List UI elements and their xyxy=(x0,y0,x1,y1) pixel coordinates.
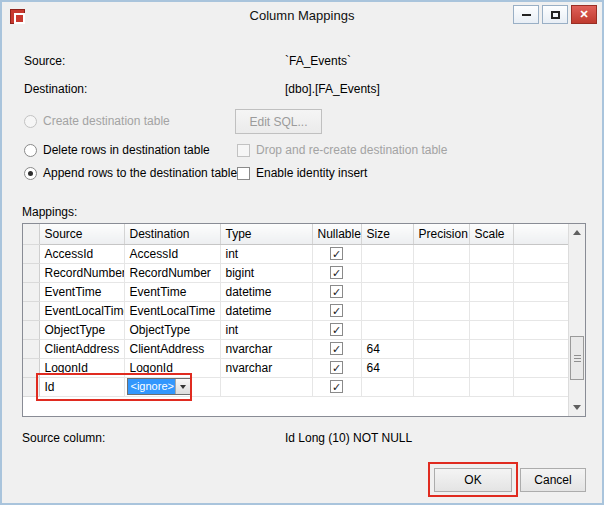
scale-cell[interactable] xyxy=(469,358,513,377)
nullable-cell[interactable] xyxy=(312,377,361,396)
size-cell[interactable] xyxy=(361,282,413,301)
nullable-cell[interactable] xyxy=(312,301,361,320)
radio-delete-icon[interactable] xyxy=(24,144,37,157)
row-header[interactable] xyxy=(23,282,39,301)
cancel-button[interactable]: Cancel xyxy=(520,468,586,492)
source-cell[interactable]: EventLocalTime xyxy=(39,301,124,320)
type-cell[interactable]: int xyxy=(220,244,312,263)
source-cell[interactable]: ObjectType xyxy=(39,320,124,339)
type-cell[interactable]: nvarchar xyxy=(220,358,312,377)
type-cell[interactable]: datetime xyxy=(220,301,312,320)
close-button[interactable]: ✕ xyxy=(571,5,597,24)
precision-cell[interactable] xyxy=(413,358,469,377)
checkbox-identity-insert-icon[interactable] xyxy=(237,167,250,180)
scroll-grip-icon xyxy=(574,358,581,359)
size-cell[interactable]: 64 xyxy=(361,339,413,358)
scroll-down-button[interactable] xyxy=(569,399,585,416)
radio-delete-rows[interactable]: Delete rows in destination table xyxy=(24,142,210,158)
ok-button[interactable]: OK xyxy=(434,468,512,492)
column-header-nullable[interactable]: Nullable xyxy=(312,224,361,244)
precision-cell[interactable] xyxy=(413,301,469,320)
column-header-scale[interactable]: Scale xyxy=(469,224,513,244)
size-cell[interactable] xyxy=(361,301,413,320)
nullable-cell[interactable] xyxy=(312,263,361,282)
size-cell[interactable] xyxy=(361,377,413,396)
column-header-destination[interactable]: Destination xyxy=(124,224,220,244)
precision-cell[interactable] xyxy=(413,339,469,358)
destination-cell[interactable]: RecordNumber xyxy=(124,263,220,282)
source-cell[interactable]: Id xyxy=(39,377,124,396)
maximize-button[interactable] xyxy=(542,5,568,24)
size-cell[interactable] xyxy=(361,320,413,339)
source-cell[interactable]: AccessId xyxy=(39,244,124,263)
column-header-precision[interactable]: Precision xyxy=(413,224,469,244)
nullable-checkbox[interactable] xyxy=(330,380,343,393)
destination-combobox[interactable]: <ignore> xyxy=(127,378,191,395)
column-header-source[interactable]: Source xyxy=(39,224,124,244)
destination-cell[interactable]: ClientAddress xyxy=(124,339,220,358)
radio-append-icon[interactable] xyxy=(24,167,37,180)
nullable-checkbox[interactable] xyxy=(330,285,343,298)
scale-cell[interactable] xyxy=(469,339,513,358)
precision-cell[interactable] xyxy=(413,263,469,282)
scale-cell[interactable] xyxy=(469,263,513,282)
source-cell[interactable]: EventTime xyxy=(39,282,124,301)
row-header[interactable] xyxy=(23,377,39,396)
radio-append-rows[interactable]: Append rows to the destination table xyxy=(24,165,237,181)
nullable-cell[interactable] xyxy=(312,244,361,263)
minimize-button[interactable] xyxy=(513,5,539,24)
row-header[interactable] xyxy=(23,320,39,339)
scroll-up-button[interactable] xyxy=(569,224,585,241)
vertical-scrollbar[interactable] xyxy=(568,224,585,416)
source-cell[interactable]: LogonId xyxy=(39,358,124,377)
nullable-checkbox[interactable] xyxy=(330,323,343,336)
destination-cell[interactable]: LogonId xyxy=(124,358,220,377)
precision-cell[interactable] xyxy=(413,320,469,339)
row-header[interactable] xyxy=(23,263,39,282)
nullable-checkbox[interactable] xyxy=(330,304,343,317)
type-cell[interactable] xyxy=(220,377,312,396)
scale-cell[interactable] xyxy=(469,244,513,263)
destination-cell[interactable]: EventLocalTime xyxy=(124,301,220,320)
titlebar[interactable]: Column Mappings ✕ xyxy=(2,2,602,32)
nullable-checkbox[interactable] xyxy=(330,361,343,374)
nullable-cell[interactable] xyxy=(312,282,361,301)
precision-cell[interactable] xyxy=(413,282,469,301)
nullable-checkbox[interactable] xyxy=(330,342,343,355)
destination-cell[interactable]: ObjectType xyxy=(124,320,220,339)
row-header[interactable] xyxy=(23,244,39,263)
combo-dropdown-button[interactable] xyxy=(175,379,190,394)
column-header-type[interactable]: Type xyxy=(220,224,312,244)
source-cell[interactable]: ClientAddress xyxy=(39,339,124,358)
nullable-cell[interactable] xyxy=(312,339,361,358)
size-cell[interactable] xyxy=(361,263,413,282)
destination-cell[interactable]: <ignore> xyxy=(124,377,220,396)
scale-cell[interactable] xyxy=(469,320,513,339)
source-cell[interactable]: RecordNumber xyxy=(39,263,124,282)
type-cell[interactable]: bigint xyxy=(220,263,312,282)
row-header[interactable] xyxy=(23,301,39,320)
column-header-size[interactable]: Size xyxy=(361,224,413,244)
nullable-cell[interactable] xyxy=(312,358,361,377)
destination-cell[interactable]: EventTime xyxy=(124,282,220,301)
combo-selected-value: <ignore> xyxy=(128,379,175,394)
nullable-cell[interactable] xyxy=(312,320,361,339)
type-cell[interactable]: datetime xyxy=(220,282,312,301)
destination-cell[interactable]: AccessId xyxy=(124,244,220,263)
nullable-checkbox[interactable] xyxy=(330,247,343,260)
checkbox-identity-insert[interactable]: Enable identity insert xyxy=(237,165,367,181)
type-cell[interactable]: int xyxy=(220,320,312,339)
row-header[interactable] xyxy=(23,339,39,358)
precision-cell[interactable] xyxy=(413,244,469,263)
scale-cell[interactable] xyxy=(469,301,513,320)
scale-cell[interactable] xyxy=(469,377,513,396)
size-cell[interactable]: 64 xyxy=(361,358,413,377)
scroll-thumb[interactable] xyxy=(570,336,584,380)
type-cell[interactable]: nvarchar xyxy=(220,339,312,358)
row-header[interactable] xyxy=(23,358,39,377)
precision-cell[interactable] xyxy=(413,377,469,396)
nullable-checkbox[interactable] xyxy=(330,266,343,279)
radio-create-icon xyxy=(24,115,37,128)
size-cell[interactable] xyxy=(361,244,413,263)
scale-cell[interactable] xyxy=(469,282,513,301)
